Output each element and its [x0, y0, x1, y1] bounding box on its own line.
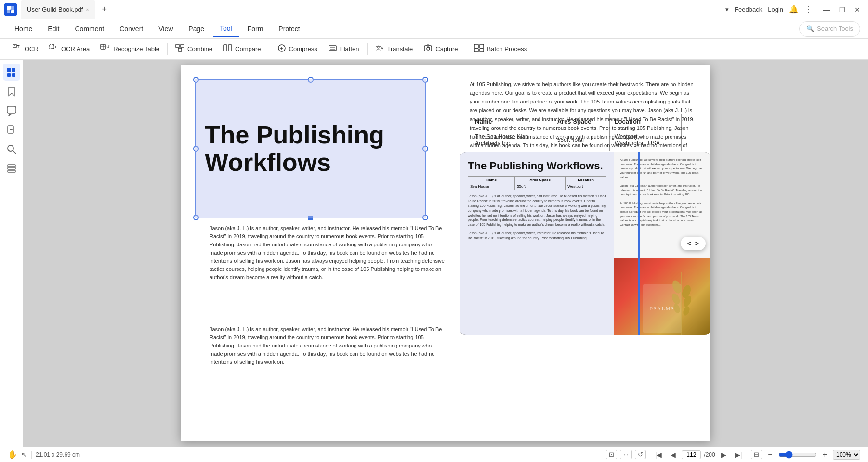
menu-tool[interactable]: Tool [213, 21, 239, 37]
capture-button[interactable]: Capture [419, 40, 462, 58]
svg-rect-29 [474, 44, 478, 48]
fit-icon[interactable]: ⊡ [606, 450, 617, 459]
preview-td-3: Westport [566, 183, 606, 190]
fit-width-icon[interactable]: ↔ [620, 450, 632, 459]
sidebar-attachments-button[interactable] [3, 121, 20, 139]
sidebar-layers-button[interactable] [3, 160, 20, 177]
minimize-button[interactable]: — [820, 3, 833, 16]
menu-form[interactable]: Form [241, 21, 270, 37]
flatten-icon [328, 44, 338, 54]
ocr-button[interactable]: T OCR [8, 40, 43, 58]
tab-label: User Guild Book.pdf [27, 6, 83, 13]
capture-icon [423, 44, 433, 54]
hand-tool-icon[interactable]: ✋ [8, 450, 17, 459]
svg-rect-17 [228, 45, 232, 51]
preview-table: Name Ares Space Location Sea House 55oft… [468, 176, 606, 190]
first-page-button[interactable]: |◀ [652, 450, 665, 460]
tab-item[interactable]: User Guild Book.pdf × [21, 0, 95, 19]
separator-3 [367, 43, 368, 55]
menu-comment[interactable]: Comment [68, 21, 111, 37]
preview-th-3: Location [566, 177, 606, 183]
preview-td-1: Sea House [468, 183, 515, 190]
last-page-button[interactable]: ▶| [732, 450, 745, 460]
wheat-decoration [662, 263, 701, 335]
compare-button[interactable]: Compare [218, 40, 265, 58]
svg-rect-33 [7, 68, 11, 72]
preview-bottom-image: PSALMS [614, 258, 710, 335]
select-tool-icon[interactable]: ↖ [21, 450, 27, 459]
zoom-select[interactable]: 100% 75% 125% 150% 200% [833, 450, 860, 460]
app-icon [4, 3, 17, 16]
svg-rect-36 [12, 73, 15, 77]
menu-protect[interactable]: Protect [272, 21, 306, 37]
view-mode-icon[interactable]: ⊟ [751, 450, 762, 459]
main-layout: The Publishing Workflows Jason (aka J. L… [0, 60, 868, 447]
dimensions-label: 21.01 x 29.69 cm [36, 451, 80, 458]
svg-point-27 [427, 47, 430, 50]
feedback-link[interactable]: Feedback [735, 6, 762, 13]
svg-rect-14 [181, 44, 184, 48]
preview-body-text-2: Jason (aka J. L.) is an author, speaker,… [468, 231, 606, 241]
svg-rect-32 [480, 49, 484, 52]
combine-icon [175, 44, 185, 54]
separator-4 [466, 43, 466, 55]
compress-icon [277, 44, 287, 54]
compare-label: Compare [235, 45, 261, 52]
menu-view[interactable]: View [152, 21, 180, 37]
preview-prev-button[interactable]: < [687, 240, 691, 247]
rotate-icon[interactable]: ↺ [635, 450, 646, 459]
menu-edit[interactable]: Edit [41, 21, 66, 37]
zoom-out-button[interactable]: − [765, 449, 775, 460]
combine-button[interactable]: Combine [171, 40, 217, 58]
sidebar-comments-button[interactable] [3, 102, 20, 119]
search-tools[interactable]: 🔍 Search Tools [799, 21, 860, 37]
close-button[interactable]: ✕ [851, 3, 864, 16]
sidebar-pages-button[interactable] [3, 64, 20, 81]
next-page-button[interactable]: ▶ [718, 450, 729, 460]
zoom-slider[interactable] [778, 451, 817, 459]
page-number-input[interactable] [682, 450, 701, 459]
sidebar-bookmarks-button[interactable] [3, 83, 20, 100]
tab-close-button[interactable]: × [86, 7, 89, 13]
menu-home[interactable]: Home [8, 21, 39, 37]
batch-process-label: Batch Process [487, 45, 527, 52]
preview-next-button[interactable]: > [695, 240, 699, 247]
prev-page-button[interactable]: ◀ [668, 450, 679, 460]
flatten-button[interactable]: Flatten [323, 40, 364, 58]
selected-text-area: The Publishing Workflows [195, 79, 426, 218]
svg-line-42 [13, 151, 16, 154]
search-tools-label: Search Tools [817, 25, 853, 32]
batch-process-button[interactable]: Batch Process [469, 40, 532, 58]
ocr-area-button[interactable]: T OCR Area [44, 40, 94, 58]
svg-point-49 [671, 292, 682, 306]
sidebar-search-button[interactable] [3, 141, 20, 158]
zoom-level-label: 100% 75% 125% 150% 200% [833, 450, 860, 460]
svg-rect-0 [7, 6, 11, 10]
translate-icon: 文A [375, 44, 385, 54]
ocr-area-icon: T [49, 44, 59, 54]
svg-point-47 [671, 279, 683, 295]
restore-button[interactable]: ❐ [835, 3, 849, 16]
zoom-in-button[interactable]: + [820, 449, 830, 460]
left-sidebar [0, 60, 23, 447]
search-icon: 🔍 [806, 25, 814, 32]
recognize-table-button[interactable]: ↺ Recognize Table [95, 40, 164, 58]
separator-zoom [748, 451, 748, 459]
ocr-area-label: OCR Area [61, 45, 90, 52]
batch-process-icon [474, 44, 485, 54]
login-link[interactable]: Login [768, 6, 783, 13]
menu-convert[interactable]: Convert [113, 21, 150, 37]
preview-body-text: Jason (aka J. L.) is an author, speaker,… [468, 194, 606, 227]
tab-add-button[interactable]: + [99, 4, 110, 15]
svg-rect-7 [50, 44, 54, 49]
more-options-icon[interactable]: ⋮ [804, 5, 812, 14]
window-controls: — ❐ ✕ [820, 3, 864, 16]
preview-table-row: Sea House 55oft Westport [468, 183, 606, 190]
compress-button[interactable]: Compress [272, 40, 322, 58]
ocr-label: OCR [25, 45, 39, 52]
menu-page[interactable]: Page [182, 21, 211, 37]
preview-overlay: The Publishing Workflows. Name Ares Spac… [460, 152, 710, 335]
translate-button[interactable]: 文A Translate [370, 40, 418, 58]
flatten-label: Flatten [340, 45, 359, 52]
capture-label: Capture [435, 45, 458, 52]
